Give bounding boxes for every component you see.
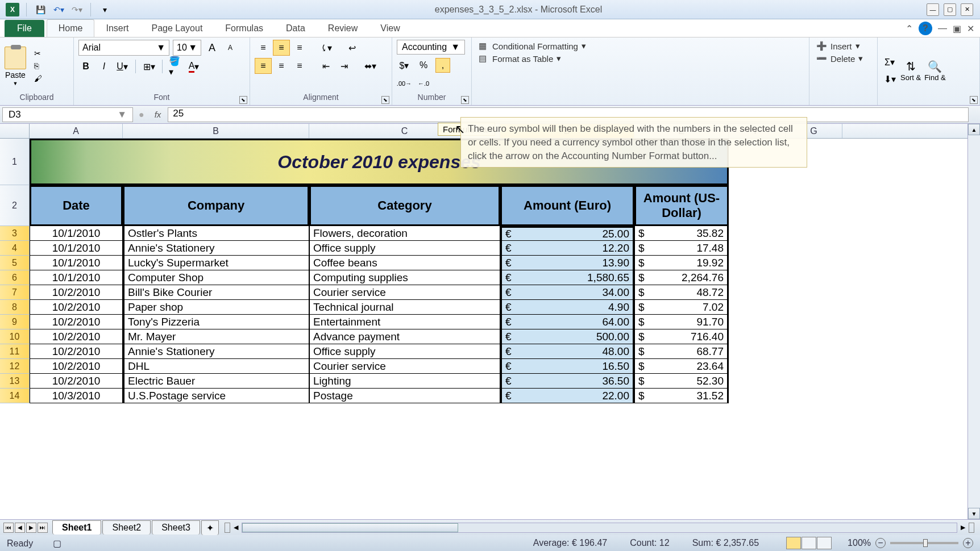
cell-euro[interactable]: €48.00 [500, 344, 634, 359]
doc-restore-icon[interactable]: ▣ [953, 23, 961, 34]
sheet-tab-3[interactable]: Sheet3 [152, 520, 200, 535]
name-box[interactable]: D3▼ [2, 107, 133, 122]
save-icon[interactable]: 💾 [34, 3, 47, 16]
cell-company[interactable]: DHL [123, 359, 309, 374]
insert-button[interactable]: ➕ Insert ▾ [814, 40, 873, 52]
prev-sheet-button[interactable]: ◀ [15, 523, 25, 533]
cell-usd[interactable]: $35.82 [634, 226, 729, 241]
new-sheet-button[interactable]: ✦ [201, 520, 219, 535]
font-launcher[interactable]: ⬊ [239, 96, 247, 104]
cell-euro[interactable]: €500.00 [500, 329, 634, 344]
cell-euro[interactable]: €22.00 [500, 389, 634, 403]
header-usd[interactable]: Amount (US-Dollar) [634, 185, 729, 226]
cell-euro[interactable]: €25.00 [500, 226, 634, 241]
font-color-button[interactable]: A▾ [186, 59, 201, 74]
cell-company[interactable]: Computer Shop [123, 270, 309, 285]
paste-button[interactable]: Paste ▼ [5, 47, 26, 86]
cell-date[interactable]: 10/2/2010 [30, 315, 123, 329]
align-top-button[interactable]: ≡ [255, 40, 272, 56]
row-header-11[interactable]: 11 [0, 344, 30, 359]
cell-usd[interactable]: $2,264.76 [634, 270, 729, 285]
table-row[interactable]: 10/1/2010Computer ShopComputing supplies… [30, 270, 729, 285]
shrink-font-icon[interactable]: A [223, 40, 238, 55]
tab-formulas[interactable]: Formulas [214, 20, 275, 37]
align-middle-button[interactable]: ≡ [273, 40, 290, 56]
table-row[interactable]: 10/2/2010DHLCourier service€16.50$23.64 [30, 359, 729, 374]
doc-close-icon[interactable]: ✕ [967, 23, 974, 34]
cell-usd[interactable]: $52.30 [634, 374, 729, 389]
row-header-14[interactable]: 14 [0, 389, 30, 403]
cell-company[interactable]: Paper shop [123, 300, 309, 315]
cell-euro[interactable]: €12.20 [500, 241, 634, 256]
tab-home[interactable]: Home [47, 19, 95, 37]
cell-euro[interactable]: €36.50 [500, 374, 634, 389]
hscroll-right-button[interactable]: ▶ [961, 524, 965, 531]
cell-date[interactable]: 10/2/2010 [30, 329, 123, 344]
font-size-select[interactable]: 10▼ [173, 40, 201, 56]
next-sheet-button[interactable]: ▶ [26, 523, 36, 533]
increase-indent-button[interactable]: ⇥ [335, 58, 352, 74]
cell-date[interactable]: 10/2/2010 [30, 359, 123, 374]
sheet-tab-2[interactable]: Sheet2 [102, 520, 151, 535]
cell-euro[interactable]: €1,580.65 [500, 270, 634, 285]
cell-date[interactable]: 10/1/2010 [30, 241, 123, 256]
redo-icon[interactable]: ↷▾ [70, 3, 84, 16]
excel-logo-icon[interactable]: X [6, 3, 19, 16]
grow-font-icon[interactable]: A [205, 40, 219, 55]
cell-company[interactable]: Mr. Mayer [123, 329, 309, 344]
table-row[interactable]: 10/2/2010Paper shopTechnical journal€4.9… [30, 300, 729, 315]
close-button[interactable]: ✕ [961, 3, 973, 16]
italic-button[interactable]: I [97, 59, 111, 74]
tab-split-handle[interactable] [225, 523, 230, 533]
header-date[interactable]: Date [30, 185, 123, 226]
decrease-indent-button[interactable]: ⇤ [317, 58, 334, 74]
minimize-button[interactable]: — [927, 3, 939, 16]
header-category[interactable]: Category [309, 185, 500, 226]
table-row[interactable]: 10/2/2010Tony's PizzeriaEntertainment€64… [30, 315, 729, 329]
cell-date[interactable]: 10/2/2010 [30, 285, 123, 300]
borders-button[interactable]: ⊞▾ [142, 59, 156, 74]
cut-icon[interactable]: ✂ [34, 49, 45, 59]
cell-usd[interactable]: $31.52 [634, 389, 729, 403]
normal-view-button[interactable] [786, 537, 801, 549]
cell-category[interactable]: Flowers, decoration [309, 226, 500, 241]
cell-company[interactable]: Electric Bauer [123, 374, 309, 389]
file-tab[interactable]: File [5, 20, 44, 37]
row-header-8[interactable]: 8 [0, 300, 30, 315]
fx-icon[interactable]: fx [148, 110, 168, 119]
row-header-12[interactable]: 12 [0, 359, 30, 374]
first-sheet-button[interactable]: ⏮ [3, 523, 14, 533]
align-bottom-button[interactable]: ≡ [291, 40, 308, 56]
cell-category[interactable]: Advance payment [309, 329, 500, 344]
row-header-7[interactable]: 7 [0, 285, 30, 300]
minimize-ribbon-icon[interactable]: ⌃ [906, 23, 913, 34]
zoom-slider[interactable] [890, 542, 958, 544]
tab-insert[interactable]: Insert [94, 20, 140, 37]
fill-button[interactable]: ⬇▾ [882, 72, 897, 87]
alignment-launcher[interactable]: ⬊ [381, 96, 389, 104]
cell-usd[interactable]: $716.40 [634, 329, 729, 344]
row-header-2[interactable]: 2 [0, 185, 30, 226]
undo-icon[interactable]: ↶▾ [52, 3, 65, 16]
autosum-button[interactable]: Σ▾ [882, 55, 897, 70]
row-header-13[interactable]: 13 [0, 374, 30, 389]
cell-company[interactable]: Bill's Bike Courier [123, 285, 309, 300]
accounting-format-button[interactable]: $▾ [397, 58, 412, 73]
font-name-select[interactable]: Arial▼ [78, 40, 169, 56]
cell-date[interactable]: 10/1/2010 [30, 270, 123, 285]
cancel-icon[interactable]: ● [135, 110, 148, 120]
tab-page-layout[interactable]: Page Layout [140, 20, 214, 37]
hscroll-left-button[interactable]: ◀ [234, 524, 238, 531]
table-row[interactable]: 10/1/2010Lucky's SupermarketCoffee beans… [30, 256, 729, 270]
cell-date[interactable]: 10/2/2010 [30, 300, 123, 315]
fill-color-button[interactable]: 🪣▾ [168, 59, 183, 74]
help-icon[interactable]: ? [919, 22, 932, 35]
cell-category[interactable]: Technical journal [309, 300, 500, 315]
vertical-scrollbar[interactable]: ▲ ▼ [967, 124, 980, 519]
cell-company[interactable]: Lucky's Supermarket [123, 256, 309, 270]
scroll-down-button[interactable]: ▼ [968, 508, 980, 519]
macro-record-icon[interactable]: ▢ [53, 539, 61, 548]
tab-data[interactable]: Data [275, 20, 317, 37]
table-row[interactable]: 10/2/2010Mr. MayerAdvance payment€500.00… [30, 329, 729, 344]
format-as-table-button[interactable]: ▤ Format as Table ▾ [476, 52, 804, 65]
